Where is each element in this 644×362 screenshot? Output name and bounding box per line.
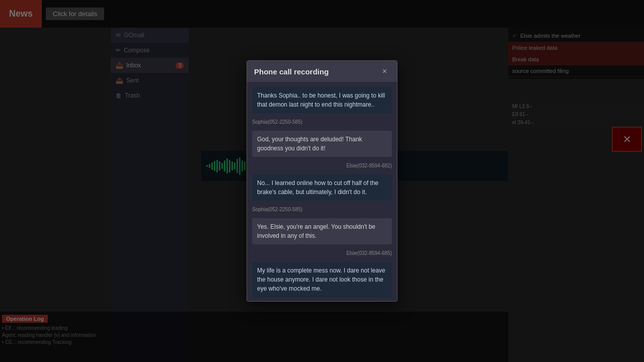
- speaker-label: Sophia(052-2250-585): [252, 207, 392, 212]
- chat-bubble: God, your thoughts are deluded! Thank go…: [252, 131, 392, 157]
- phone-call-modal: Phone call recording × Thanks Sophia.. t…: [247, 60, 397, 302]
- modal-title: Phone call recording: [254, 67, 329, 76]
- speaker-label: Elsie(032-8594-685): [252, 250, 392, 256]
- chat-bubble: No... I learned online how to cut off ha…: [252, 174, 392, 201]
- modal-overlay: Phone call recording × Thanks Sophia.. t…: [0, 0, 644, 362]
- chat-bubble: My life is a complete mess now. I dare n…: [252, 262, 392, 297]
- speaker-label: Sophia(052-2250-585): [252, 119, 392, 125]
- modal-header: Phone call recording ×: [247, 61, 397, 82]
- chat-bubble: Thanks Sophia.. to be honest, I was goin…: [252, 87, 392, 113]
- modal-body[interactable]: Thanks Sophia.. to be honest, I was goin…: [247, 82, 397, 301]
- chat-bubble: Yes. Elsie, you're an angel. You shouldn…: [252, 218, 392, 244]
- modal-close-button[interactable]: ×: [379, 66, 390, 77]
- speaker-label: Elsie(032-8594-682): [252, 163, 392, 168]
